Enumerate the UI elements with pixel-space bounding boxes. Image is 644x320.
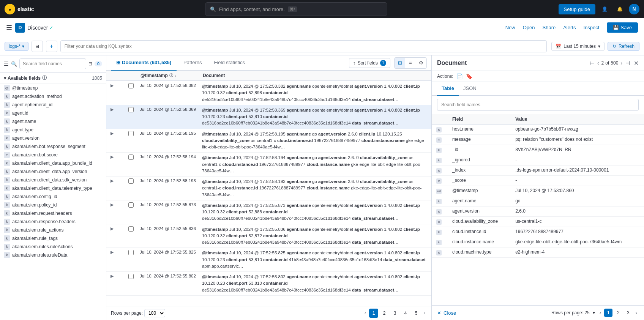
tab-documents[interactable]: ⊞ Documents (631,585) xyxy=(111,55,177,71)
row-checkbox[interactable] xyxy=(128,107,134,112)
elastic-logo[interactable]: e elastic xyxy=(5,4,34,14)
list-item[interactable]: k akamai.siem.rules.ruleData xyxy=(0,251,106,259)
sort-desc-icon[interactable]: ↓ xyxy=(175,74,177,78)
user-icon[interactable]: 👤 xyxy=(598,3,611,15)
page-next-arrow[interactable]: › xyxy=(422,310,427,317)
doc-page-prev-arrow[interactable]: ‹ xyxy=(598,309,603,317)
save-button[interactable]: 💾 Save xyxy=(607,22,638,33)
sidebar-filter-icon[interactable]: ⊟ xyxy=(88,61,92,66)
list-item[interactable]: k agent.name xyxy=(0,117,106,126)
field-name-cell: _score xyxy=(448,176,511,186)
doc-page-1[interactable]: 1 xyxy=(604,309,612,317)
doc-action-copy-icon[interactable]: 📄 xyxy=(456,73,463,79)
expand-row-button[interactable]: ▶ xyxy=(109,83,115,88)
doc-action-save-icon[interactable]: 🔖 xyxy=(466,73,472,79)
field-value-cell: .ds-logs-apm.error-default-2024.07.10-00… xyxy=(511,166,644,176)
doc-first-button[interactable]: ⊢ xyxy=(589,59,595,67)
refresh-label: Refresh xyxy=(619,44,635,49)
expand-row-button[interactable]: ▶ xyxy=(109,107,115,112)
hamburger-menu[interactable]: ☰ xyxy=(6,24,12,32)
list-item[interactable]: k agent.ephemeral_id xyxy=(0,101,106,109)
expand-row-button[interactable]: ▶ xyxy=(109,273,115,279)
row-checkbox[interactable] xyxy=(128,131,134,136)
doc-tab-json[interactable]: JSON xyxy=(459,82,481,96)
list-item[interactable]: k akamai.siem.client_data.app_version xyxy=(0,167,106,176)
doc-field-search-input[interactable] xyxy=(437,99,639,111)
list-item[interactable]: k akamai.siem.rule_actions xyxy=(0,226,106,234)
tab-patterns[interactable]: Patterns xyxy=(178,55,207,71)
row-checkbox[interactable] xyxy=(128,250,134,255)
rows-per-page-select[interactable]: 100 25 50 xyxy=(144,309,165,317)
list-item[interactable]: # akamai.siem.bot.score xyxy=(0,151,106,159)
page-num-3[interactable]: 3 xyxy=(390,309,399,318)
filter-options-button[interactable]: ⊟ xyxy=(32,41,43,52)
options-view-button[interactable]: ⚙ xyxy=(416,58,426,68)
tab-field-statistics[interactable]: Field statistics xyxy=(208,55,250,71)
expand-row-button[interactable]: ▶ xyxy=(109,226,115,231)
list-item[interactable]: k akamai.siem.client_data.sdk_version xyxy=(0,176,106,184)
row-checkbox[interactable] xyxy=(128,226,134,232)
row-checkbox[interactable] xyxy=(128,274,134,279)
time-picker[interactable]: 📅 Last 15 minutes ▾ xyxy=(551,42,605,51)
kql-filter-input[interactable] xyxy=(60,40,547,52)
doc-page-2[interactable]: 2 xyxy=(614,309,622,317)
doc-page-next-arrow[interactable]: › xyxy=(634,309,639,317)
list-item[interactable]: k akamai.siem.config_id xyxy=(0,192,106,201)
list-item[interactable]: k akamai.siem.bot.response_segment xyxy=(0,142,106,151)
field-search-input[interactable] xyxy=(19,58,86,69)
expand-row-button[interactable]: ▶ xyxy=(109,249,115,255)
list-item[interactable]: k akamai.siem.request.headers xyxy=(0,209,106,218)
sort-fields-button[interactable]: ↕ Sort fields 1 xyxy=(349,58,390,68)
list-item[interactable]: k akamai.siem.rule_tags xyxy=(0,234,106,243)
alerts-link[interactable]: Alerts xyxy=(563,25,576,30)
table-view-button[interactable]: ⊞ xyxy=(395,58,405,68)
list-item[interactable]: k agent.version xyxy=(0,134,106,142)
field-name: akamai.siem.response.headers xyxy=(12,219,102,224)
inspect-link[interactable]: Inspect xyxy=(583,25,599,30)
chevron-down-icon[interactable]: ▾ xyxy=(593,310,595,315)
page-num-5[interactable]: 5 xyxy=(412,309,421,318)
add-filter-button[interactable]: + xyxy=(46,41,57,52)
notifications-icon[interactable]: 🔔 xyxy=(614,3,626,15)
sidebar-toggle[interactable]: ☰ xyxy=(4,61,9,67)
page-prev-arrow[interactable]: ‹ xyxy=(363,310,368,317)
expand-row-button[interactable]: ▶ xyxy=(109,202,115,207)
col-timestamp-header[interactable]: @timestamp ⓘ ↓ xyxy=(137,71,199,81)
row-checkbox[interactable] xyxy=(128,83,134,88)
avatar[interactable]: N xyxy=(629,4,639,14)
list-item[interactable]: k akamai.siem.client_data.app_bundle_id xyxy=(0,159,106,167)
timestamp-cell: Jul 10, 2024 @ 17:52:55.836 xyxy=(137,224,199,248)
close-panel-button[interactable]: ✕ xyxy=(634,60,639,67)
setup-guide-button[interactable]: Setup guide xyxy=(559,4,595,14)
share-link[interactable]: Share xyxy=(543,25,556,30)
expand-row-button[interactable]: ▶ xyxy=(109,131,115,136)
page-num-4[interactable]: 4 xyxy=(401,309,410,318)
page-num-1[interactable]: 1 xyxy=(369,309,378,318)
list-item[interactable]: k agent.activation_method xyxy=(0,92,106,101)
doc-prev-button[interactable]: ‹ xyxy=(597,59,600,67)
list-item[interactable]: k akamai.siem.policy_id xyxy=(0,201,106,209)
list-item[interactable]: k akamai.siem.client_data.telemetry_type xyxy=(0,184,106,192)
doc-last-button[interactable]: ⊣ xyxy=(625,59,631,67)
close-doc-button[interactable]: ✕ Close xyxy=(437,310,456,316)
row-checkbox[interactable] xyxy=(128,154,134,160)
row-checkbox[interactable] xyxy=(128,202,134,208)
list-item[interactable]: k akamai.siem.response.headers xyxy=(0,218,106,226)
new-link[interactable]: New xyxy=(505,25,515,30)
refresh-button[interactable]: ↻ Refresh xyxy=(608,42,639,51)
expand-row-button[interactable]: ▶ xyxy=(109,178,115,183)
list-item[interactable]: k akamai.siem.rules.ruleActions xyxy=(0,243,106,251)
doc-page-3[interactable]: 3 xyxy=(624,309,632,317)
doc-next-button[interactable]: › xyxy=(620,59,623,67)
index-pattern-selector[interactable]: logs-* ▾ xyxy=(5,42,28,51)
doc-tab-table[interactable]: Table xyxy=(437,82,459,96)
list-item[interactable]: k agent.type xyxy=(0,126,106,134)
list-item[interactable]: @ @timestamp xyxy=(0,84,106,92)
open-link[interactable]: Open xyxy=(523,25,535,30)
row-checkbox[interactable] xyxy=(128,178,134,184)
expand-row-button[interactable]: ▶ xyxy=(109,154,115,159)
list-item[interactable]: k agent.id xyxy=(0,109,106,117)
page-num-2[interactable]: 2 xyxy=(380,309,389,318)
global-search-bar[interactable]: 🔍 Find apps, content, and more. ⌘/ xyxy=(205,2,387,16)
single-row-view-button[interactable]: ≡ xyxy=(405,58,416,68)
